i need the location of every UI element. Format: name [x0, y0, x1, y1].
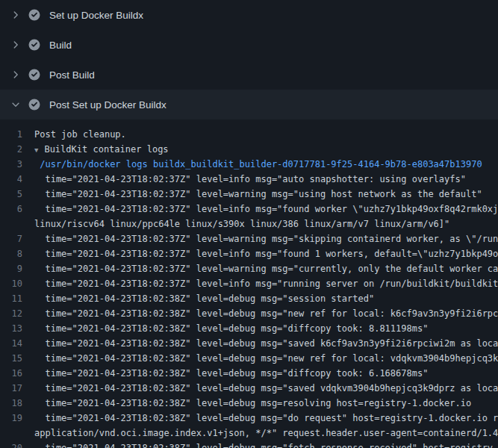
log-text: time="2021-04-23T18:02:38Z" level=debug … — [34, 321, 428, 336]
log-text: linux/riscv64 linux/ppc64le linux/s390x … — [34, 217, 449, 231]
log-text: time="2021-04-23T18:02:37Z" level=info m… — [34, 202, 498, 217]
log-text: time="2021-04-23T18:02:37Z" level=info m… — [34, 246, 498, 261]
section-header-post-build[interactable]: Post Build — [0, 60, 498, 90]
line-number[interactable]: 5 — [0, 187, 34, 202]
log-text: application/vnd.oci.image.index.v1+json,… — [34, 426, 498, 441]
log-row: application/vnd.oci.image.index.v1+json,… — [0, 426, 498, 441]
log-text: time="2021-04-23T18:02:37Z" level=warnin… — [34, 231, 498, 246]
line-number[interactable]: 11 — [0, 291, 34, 306]
section-label: Post Build — [49, 69, 95, 81]
log-row: 17 time="2021-04-23T18:02:38Z" level=deb… — [0, 381, 498, 396]
line-number[interactable]: 18 — [0, 396, 34, 411]
line-number[interactable]: 13 — [0, 321, 34, 336]
section-label: Post Set up Docker Buildx — [49, 99, 166, 111]
line-number[interactable]: 1 — [0, 127, 34, 142]
log-row: 16 time="2021-04-23T18:02:38Z" level=deb… — [0, 366, 498, 381]
line-number[interactable]: 7 — [0, 231, 34, 246]
log-text: time="2021-04-23T18:02:38Z" level=debug … — [34, 396, 471, 411]
log-row: 7 time="2021-04-23T18:02:37Z" level=warn… — [0, 231, 498, 246]
log-row: 15 time="2021-04-23T18:02:38Z" level=deb… — [0, 351, 498, 366]
log-row: 3 /usr/bin/docker logs buildx_buildkit_b… — [0, 157, 498, 172]
line-number[interactable]: 4 — [0, 172, 34, 187]
log-text: time="2021-04-23T18:02:38Z" level=debug … — [34, 411, 498, 426]
workflow-steps-list: Set up Docker BuildxBuildPost BuildPost … — [0, 0, 498, 119]
line-number[interactable]: 8 — [0, 246, 34, 261]
log-text: time="2021-04-23T18:02:38Z" level=debug … — [34, 336, 498, 351]
log-text: time="2021-04-23T18:02:38Z" level=debug … — [34, 381, 498, 396]
line-number[interactable]: 20 — [0, 441, 34, 448]
log-row: 11 time="2021-04-23T18:02:38Z" level=deb… — [0, 291, 498, 306]
chevron-right-icon — [10, 40, 21, 50]
log-row: linux/riscv64 linux/ppc64le linux/s390x … — [0, 217, 498, 231]
log-row: 18 time="2021-04-23T18:02:38Z" level=deb… — [0, 396, 498, 411]
chevron-right-icon — [10, 10, 21, 20]
log-row: 14 time="2021-04-23T18:02:38Z" level=deb… — [0, 336, 498, 351]
line-number[interactable]: 10 — [0, 276, 34, 291]
log-row: 10 time="2021-04-23T18:02:37Z" level=inf… — [0, 276, 498, 291]
line-number[interactable]: 17 — [0, 381, 34, 396]
line-number[interactable]: 6 — [0, 202, 34, 217]
log-text: time="2021-04-23T18:02:38Z" level=debug … — [34, 366, 428, 381]
line-number[interactable]: 12 — [0, 306, 34, 321]
section-label: Set up Docker Buildx — [49, 10, 143, 21]
log-row: 4 time="2021-04-23T18:02:37Z" level=info… — [0, 172, 498, 187]
log-text: time="2021-04-23T18:02:38Z" level=debug … — [34, 291, 374, 306]
line-number[interactable]: 19 — [0, 411, 34, 426]
log-row: 12 time="2021-04-23T18:02:38Z" level=deb… — [0, 306, 498, 321]
log-area: 1Post job cleanup.2▼BuildKit container l… — [0, 119, 498, 448]
line-number[interactable]: 2 — [0, 142, 34, 157]
section-header-post-set-up-docker-buildx[interactable]: Post Set up Docker Buildx — [0, 90, 498, 119]
chevron-down-icon — [10, 99, 21, 110]
log-text: time="2021-04-23T18:02:37Z" level=warnin… — [34, 187, 482, 202]
log-text: time="2021-04-23T18:02:38Z" level=debug … — [34, 441, 493, 448]
section-header-set-up-docker-buildx[interactable]: Set up Docker Buildx — [0, 0, 498, 30]
line-number[interactable]: 14 — [0, 336, 34, 351]
line-number[interactable]: 3 — [0, 157, 34, 172]
log-row: 9 time="2021-04-23T18:02:37Z" level=warn… — [0, 261, 498, 276]
check-circle-icon — [28, 39, 40, 51]
log-row: 20 time="2021-04-23T18:02:38Z" level=deb… — [0, 441, 498, 448]
line-number[interactable]: 16 — [0, 366, 34, 381]
log-text: time="2021-04-23T18:02:37Z" level=warnin… — [34, 261, 498, 276]
line-number[interactable]: 9 — [0, 261, 34, 276]
line-number[interactable]: 15 — [0, 351, 34, 366]
check-circle-icon — [28, 9, 40, 21]
log-row: 8 time="2021-04-23T18:02:37Z" level=info… — [0, 246, 498, 261]
log-row: 1Post job cleanup. — [0, 127, 498, 142]
log-text: time="2021-04-23T18:02:38Z" level=debug … — [34, 351, 498, 366]
chevron-right-icon — [10, 69, 21, 80]
log-text: time="2021-04-23T18:02:37Z" level=info m… — [34, 172, 466, 187]
command-text: /usr/bin/docker logs buildx_buildkit_bui… — [34, 157, 482, 172]
triangle-down-icon[interactable]: ▼ — [34, 143, 38, 158]
log-text: time="2021-04-23T18:02:37Z" level=info m… — [34, 276, 498, 291]
log-row: 6 time="2021-04-23T18:02:37Z" level=info… — [0, 202, 498, 217]
section-label: Build — [49, 40, 72, 51]
log-row: 2▼BuildKit container logs — [0, 142, 498, 157]
check-circle-icon — [28, 99, 40, 111]
log-group-title[interactable]: BuildKit container logs — [44, 142, 168, 157]
section-header-build[interactable]: Build — [0, 30, 498, 60]
log-text: Post job cleanup. — [34, 127, 126, 142]
log-row: 19 time="2021-04-23T18:02:38Z" level=deb… — [0, 411, 498, 426]
log-row: 5 time="2021-04-23T18:02:37Z" level=warn… — [0, 187, 498, 202]
log-row: 13 time="2021-04-23T18:02:38Z" level=deb… — [0, 321, 498, 336]
log-text: time="2021-04-23T18:02:38Z" level=debug … — [34, 306, 498, 321]
check-circle-icon — [28, 69, 40, 81]
